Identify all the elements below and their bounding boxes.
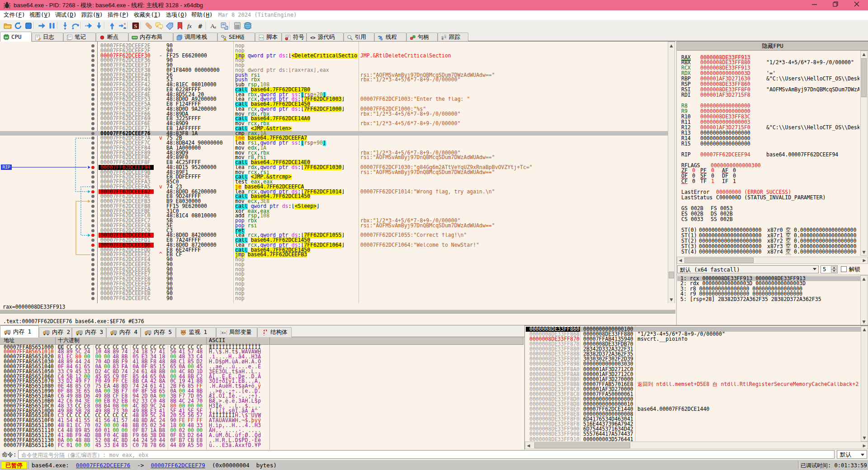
dump-byte[interactable]: 66 — [159, 443, 165, 448]
breakpoint-dot[interactable] — [91, 287, 94, 291]
scroll-up-icon[interactable]: ▲ — [861, 51, 867, 57]
bookmarks-button[interactable] — [176, 22, 184, 30]
open-file-button[interactable] — [4, 22, 12, 30]
register-value[interactable]: 000001AF3D2715F8 — [700, 92, 750, 98]
dump-row[interactable]: 00007FFAB5651140FC0100004533E485C0787866… — [0, 443, 524, 448]
disasm-scrollbar[interactable]: ▲▼ — [668, 42, 675, 304]
stack-hscrollbar[interactable]: ◀▶ — [525, 442, 868, 449]
dump-byte[interactable]: 00 — [84, 443, 90, 448]
dump-ascii-char[interactable]: f — [245, 443, 248, 448]
breakpoint-dot[interactable] — [91, 263, 94, 266]
breakpoint-dot[interactable] — [91, 200, 94, 203]
breakpoint-dot[interactable] — [91, 273, 94, 276]
breakpoint-dot[interactable] — [91, 141, 94, 145]
dump-byte[interactable]: FC — [58, 443, 64, 448]
tab-内存布局[interactable]: 内存布局 — [128, 33, 173, 41]
dump-ascii-char[interactable]: . — [251, 443, 255, 448]
dump-ascii-char[interactable]: 3 — [225, 443, 228, 448]
dump-byte[interactable]: 33 — [104, 443, 110, 448]
tab-线程[interactable]: 线程 — [374, 33, 406, 41]
menu-o[interactable]: 选项(O) — [166, 11, 188, 19]
patches-button[interactable] — [145, 22, 153, 30]
dump-byte[interactable]: 44 — [170, 443, 176, 448]
breakpoint-dot[interactable] — [91, 127, 94, 130]
scylla-button[interactable]: S — [132, 22, 140, 30]
favourite-tools-button[interactable] — [220, 22, 228, 30]
flag-name[interactable]: IF — [722, 179, 728, 184]
dump-ascii-char[interactable]: . — [212, 443, 215, 448]
breakpoint-dot[interactable] — [91, 49, 94, 52]
breakpoint-dot[interactable] — [91, 54, 94, 57]
tab-CPU[interactable]: 64CPU — [0, 32, 32, 42]
breakpoint-dot[interactable] — [91, 214, 94, 217]
register-row[interactable]: RDI000001AF3D2715F8 — [677, 92, 868, 98]
scroll-down-icon[interactable]: ▼ — [861, 319, 867, 325]
case-sensitive-button[interactable]: Az — [210, 22, 218, 30]
run-to-user-code-button[interactable] — [108, 22, 116, 30]
scroll-right-icon[interactable]: ▶ — [862, 257, 867, 263]
disassembly-panel[interactable]: 00007FF62DCEEF2E90nop00007FF62DCEEF2F90n… — [0, 41, 675, 304]
disasm-bytes[interactable]: 48:81C4 08010000 — [166, 213, 217, 218]
tab-脚本[interactable]: <>脚本 — [255, 33, 282, 41]
tab-符号[interactable]: 符号 — [282, 33, 307, 41]
breakpoint-dot[interactable] — [91, 136, 94, 140]
register-value[interactable]: 00000000000000000000 — [699, 249, 761, 254]
step-into-button[interactable] — [61, 22, 69, 30]
breakpoint-dot[interactable] — [91, 195, 94, 198]
comments-button[interactable] — [155, 22, 163, 30]
breakpoint-dot[interactable] — [91, 297, 94, 300]
calculator-button[interactable] — [233, 22, 241, 30]
breakpoint-dot[interactable] — [91, 185, 94, 188]
internet-button[interactable] — [244, 22, 252, 30]
dump-byte[interactable]: 78 — [150, 443, 156, 448]
breakpoint-dot[interactable] — [91, 282, 94, 286]
registers-scrollbar[interactable]: ▲▼ — [860, 51, 868, 256]
maximize-button[interactable] — [825, 0, 846, 10]
run-button[interactable] — [38, 22, 46, 30]
dump-byte[interactable]: 45 — [95, 443, 101, 448]
scroll-down-icon[interactable]: ▼ — [861, 249, 867, 255]
calling-convention-combo[interactable]: 默认 (x64 fastcall) — [677, 265, 819, 273]
scroll-right-icon[interactable]: ▶ — [862, 442, 867, 449]
register-name[interactable]: RIP — [681, 152, 691, 157]
breakpoint-dot[interactable] — [91, 161, 94, 164]
argument-count-spinner[interactable]: 5 — [821, 265, 838, 273]
menu-h[interactable]: 帮助(H) — [191, 11, 213, 19]
menu-f[interactable]: 文件(F) — [4, 11, 25, 19]
disasm-instruction[interactable]: nop — [235, 296, 358, 302]
register-value[interactable]: 0000000000000000 — [700, 141, 750, 146]
dump-ascii-char[interactable]: . — [219, 443, 222, 448]
dump-ascii-char[interactable]: À — [235, 443, 238, 448]
command-profile-combo[interactable]: 默认 — [837, 450, 867, 459]
breakpoint-dot[interactable] — [91, 132, 94, 135]
tab-内存 2[interactable]: 内存 2 — [39, 327, 72, 337]
command-input[interactable]: 命令使用逗号分隔（像汇编语言）: mov eax, ebx — [18, 450, 835, 459]
tab-局部变量[interactable]: [x=]局部变量 — [216, 327, 257, 337]
stack-value[interactable]: 000000003D576441 — [583, 437, 633, 442]
dump-ascii-char[interactable]: D — [248, 443, 251, 448]
dump-byte[interactable]: 00 — [75, 443, 81, 448]
args-scrollbar[interactable]: ▲▼ — [860, 275, 868, 325]
tab-日志[interactable]: 日志 — [32, 33, 63, 41]
disasm-row[interactable]: 00007FF62DCEEFEC90nop — [0, 296, 668, 301]
argument-row[interactable]: 5: [rsp+28] 2B382D372A362F35 2B382D372A3… — [677, 297, 863, 302]
register-name[interactable]: ST(4) — [681, 249, 697, 254]
breakpoint-dot[interactable] — [91, 249, 94, 252]
disasm-bytes[interactable]: 0F1F8400 00000000 — [166, 68, 220, 73]
registers-hscrollbar[interactable]: ◀▶ — [677, 257, 868, 264]
menu-d[interactable]: 调试(D) — [55, 11, 77, 19]
menu-i[interactable]: 收藏夹(I) — [134, 11, 161, 19]
register-row[interactable]: ES002BDS002B — [677, 211, 868, 216]
spinner-down-icon[interactable] — [831, 269, 837, 273]
register-name[interactable]: RDI — [681, 92, 691, 98]
registers-scroll-thumb[interactable] — [861, 58, 867, 97]
flag-value[interactable]: 1 — [711, 179, 714, 184]
register-row[interactable]: R140000000000000000 — [677, 136, 868, 141]
register-row[interactable]: R130000000000000000 — [677, 130, 868, 136]
disasm-address[interactable]: 00007FF62DCEEFEC — [100, 296, 151, 301]
dump-ascii-char[interactable]: ü — [209, 443, 212, 448]
breakpoint-dot[interactable] — [91, 268, 94, 271]
pause-button[interactable] — [48, 22, 56, 30]
register-value[interactable]: C000000D (STATUS_INVALID_PARAMETER) — [716, 195, 826, 200]
tab-内存 3[interactable]: 内存 3 — [72, 327, 106, 337]
